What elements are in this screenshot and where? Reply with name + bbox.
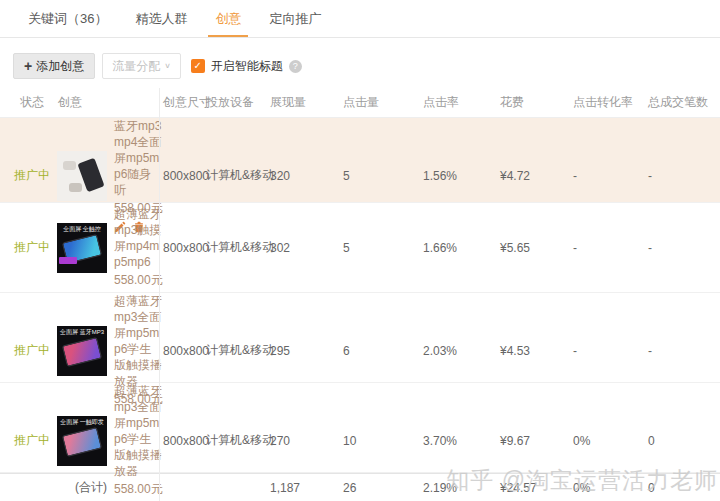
status-badge: 推广中 (0, 432, 56, 449)
cell-orders: 0 (640, 434, 720, 448)
creative-thumbnail[interactable]: 全面屏 全触控 (57, 223, 107, 273)
cell-clicks: 10 (335, 434, 415, 448)
totals-label: (合计) (56, 479, 159, 496)
column-header-size: 创意尺寸 (159, 94, 202, 111)
cell-device: 计算机&移动 (202, 167, 262, 184)
cell-clicks: 5 (335, 241, 415, 255)
cell-orders: - (640, 241, 720, 255)
creative-title[interactable]: 超薄蓝牙mp3全面屏mp5mp6学生版触摸播放器 (114, 383, 163, 479)
watermark: 知乎 @淘宝运营活力老师 (446, 465, 718, 496)
traffic-allocation-button[interactable]: 流量分配 ∨ (102, 53, 181, 79)
creatives-table: 状态 创意 创意尺寸 投放设备 展现量 点击量 点击率 花费 点击转化率 总成交… (0, 88, 720, 501)
help-icon[interactable]: ? (289, 60, 302, 73)
smart-title-label: 开启智能标题 (211, 58, 283, 75)
creative-title[interactable]: 蓝牙mp3mp4全面屏mp5mp6随身听 (114, 118, 163, 198)
smart-title-toggle[interactable]: ✓ 开启智能标题 ? (191, 58, 302, 75)
cell-device: 计算机&移动 (202, 239, 262, 256)
cell-clicks: 6 (335, 344, 415, 358)
cell-impressions: 302 (262, 241, 335, 255)
creative-cell: 全面屏 全触控 超薄蓝牙mp3触摸屏mp4mp5mp6 558.00元 (56, 206, 159, 289)
add-creative-button[interactable]: + 添加创意 (13, 53, 95, 79)
table-header-row: 状态 创意 创意尺寸 投放设备 展现量 点击量 点击率 花费 点击转化率 总成交… (0, 88, 720, 118)
totals-impressions: 1,187 (262, 481, 335, 495)
creative-management-page: 关键词（36） 精选人群 创意 定向推广 + 添加创意 流量分配 ∨ ✓ 开启智… (0, 0, 720, 501)
thumbnail-device-art (62, 426, 102, 456)
cell-size: 800x800 (159, 241, 202, 255)
toolbar: + 添加创意 流量分配 ∨ ✓ 开启智能标题 ? (0, 38, 720, 88)
column-header-impressions: 展现量 (262, 94, 335, 111)
checkbox-checked-icon[interactable]: ✓ (191, 59, 205, 73)
thumbnail-device-art (62, 336, 102, 366)
table-row-1[interactable]: 推广中 蓝牙mp3mp4全面屏mp5mp6随身听 558.00元 800x800… (0, 118, 720, 203)
cell-cvr: - (565, 241, 640, 255)
cell-cvr: - (565, 344, 640, 358)
thumbnail-caption: 全面屏 全触控 (57, 226, 107, 233)
column-header-creative: 创意 (56, 94, 159, 111)
column-header-clicks: 点击量 (335, 94, 415, 111)
column-header-orders: 总成交笔数 (640, 94, 720, 111)
creative-thumbnail[interactable] (57, 151, 107, 201)
thumbnail-caption: 全面屏 一触即发 (57, 419, 107, 426)
cell-size: 800x800 (159, 169, 202, 183)
creative-thumbnail[interactable]: 全面屏 一触即发 (57, 416, 107, 466)
creative-title[interactable]: 超薄蓝牙mp3全面屏mp5mp6学生版触摸播放器 (114, 293, 163, 389)
tab-targeting[interactable]: 定向推广 (269, 0, 321, 37)
tab-creative[interactable]: 创意 (215, 0, 241, 37)
thumbnail-badge (59, 257, 77, 264)
cell-cost: ¥4.72 (492, 169, 565, 183)
cell-ctr: 2.03% (415, 344, 492, 358)
cell-orders: - (640, 344, 720, 358)
add-creative-label: 添加创意 (36, 58, 84, 75)
cell-cvr: 0% (565, 434, 640, 448)
totals-clicks: 26 (335, 481, 415, 495)
cell-ctr: 1.56% (415, 169, 492, 183)
cell-ctr: 1.66% (415, 241, 492, 255)
cell-orders: - (640, 169, 720, 183)
status-badge: 推广中 (0, 342, 56, 359)
cell-impressions: 320 (262, 169, 335, 183)
creative-price: 558.00元 (114, 272, 163, 289)
status-badge: 推广中 (0, 167, 56, 184)
cell-impressions: 295 (262, 344, 335, 358)
chevron-down-icon: ∨ (164, 62, 171, 70)
cell-device: 计算机&移动 (202, 342, 262, 359)
column-header-ctr: 点击率 (415, 94, 492, 111)
cell-cost: ¥5.65 (492, 241, 565, 255)
table-row-4[interactable]: 推广中 全面屏 一触即发 超薄蓝牙mp3全面屏mp5mp6学生版触摸播放器 55… (0, 383, 720, 473)
cell-cost: ¥9.67 (492, 434, 565, 448)
cell-size: 800x800 (159, 434, 202, 448)
cell-cvr: - (565, 169, 640, 183)
cell-ctr: 3.70% (415, 434, 492, 448)
column-header-cost: 花费 (492, 94, 565, 111)
table-row-2[interactable]: 推广中 全面屏 全触控 超薄蓝牙mp3触摸屏mp4mp5mp6 558.00元 … (0, 203, 720, 293)
plus-icon: + (24, 58, 32, 74)
cell-size: 800x800 (159, 344, 202, 358)
cell-device: 计算机&移动 (202, 432, 262, 449)
tab-keywords[interactable]: 关键词（36） (28, 0, 107, 37)
status-badge: 推广中 (0, 239, 56, 256)
column-header-device: 投放设备 (202, 94, 262, 111)
tab-audience[interactable]: 精选人群 (135, 0, 187, 37)
cell-cost: ¥4.53 (492, 344, 565, 358)
creative-thumbnail[interactable]: 全面屏 蓝牙MP3 (57, 326, 107, 376)
table-row-3[interactable]: 推广中 全面屏 蓝牙MP3 超薄蓝牙mp3全面屏mp5mp6学生版触摸播放器 5… (0, 293, 720, 383)
creative-title[interactable]: 超薄蓝牙mp3触摸屏mp4mp5mp6 (114, 206, 163, 270)
cell-impressions: 270 (262, 434, 335, 448)
tab-bar: 关键词（36） 精选人群 创意 定向推广 (0, 0, 720, 38)
column-header-cvr: 点击转化率 (565, 94, 640, 111)
column-header-status: 状态 (0, 94, 56, 111)
traffic-allocation-label: 流量分配 (112, 58, 160, 75)
thumbnail-caption: 全面屏 蓝牙MP3 (57, 329, 107, 336)
cell-clicks: 5 (335, 169, 415, 183)
